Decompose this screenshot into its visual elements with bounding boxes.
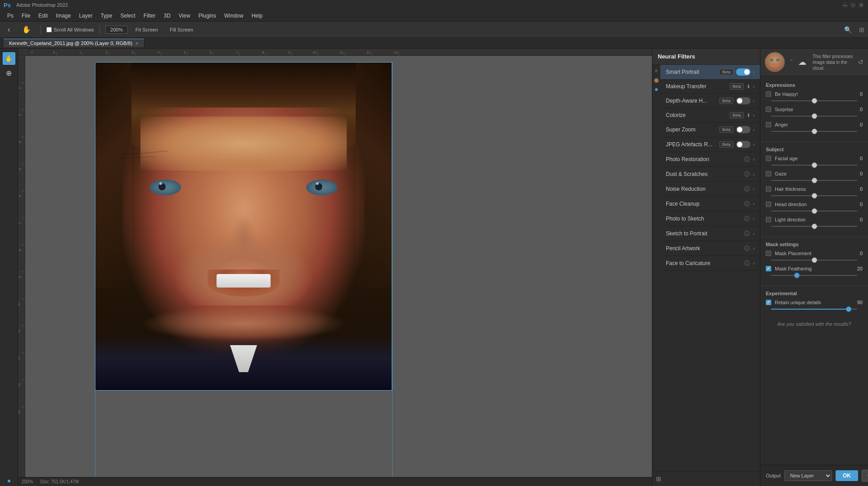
menu-edit[interactable]: Edit: [35, 11, 51, 20]
filter-item-smart-portrait[interactable]: Smart Portrait Beta ›: [660, 65, 760, 80]
be-happy-slider-thumb[interactable]: [812, 98, 817, 104]
light-direction-slider-thumb[interactable]: [812, 224, 817, 229]
retain-unique-details-checkbox[interactable]: ✓: [766, 300, 771, 305]
filter-item-sketch-to-portrait[interactable]: Sketch to Portrait ⓘ ›: [660, 226, 760, 241]
facial-age-checkbox[interactable]: [766, 156, 771, 161]
title-bar-controls[interactable]: — □ ✕: [842, 2, 864, 8]
ok-button[interactable]: OK: [836, 470, 858, 481]
fit-screen-button[interactable]: Fit Screen: [131, 25, 162, 34]
light-direction-slider[interactable]: [771, 226, 857, 227]
gaze-slider-thumb[interactable]: [812, 178, 817, 183]
avatar-dropdown-icon[interactable]: ˅: [790, 59, 793, 65]
filter-makeup-transfer-chevron[interactable]: ›: [753, 84, 755, 89]
filter-item-makeup-transfer[interactable]: Makeup Transfer Beta ⬇ ›: [660, 80, 760, 94]
mask-feathering-slider-thumb[interactable]: [794, 273, 800, 278]
filter-item-super-zoom[interactable]: Super Zoom Beta ›: [660, 122, 760, 137]
menu-type[interactable]: Type: [97, 11, 116, 20]
filter-smart-portrait-toggle[interactable]: [736, 68, 750, 76]
menu-image[interactable]: Image: [52, 11, 74, 20]
filter-item-dust-scratches[interactable]: Dust & Scratches ⓘ ›: [660, 167, 760, 182]
scroll-all-checkbox[interactable]: [46, 27, 52, 32]
filter-item-colorize[interactable]: Colorize Beta ⬇ ›: [660, 108, 760, 122]
menu-select[interactable]: Select: [117, 11, 139, 20]
filter-photo-restoration-chevron[interactable]: ›: [753, 157, 755, 162]
filter-super-zoom-chevron[interactable]: ›: [753, 127, 755, 132]
filter-pencil-artwork-chevron[interactable]: ›: [753, 246, 755, 251]
filter-sketch-to-portrait-chevron[interactable]: ›: [753, 231, 755, 236]
filter-face-cleanup-chevron[interactable]: ›: [753, 202, 755, 207]
filter-jpeg-artifacts-toggle[interactable]: [736, 141, 750, 148]
retain-unique-details-slider[interactable]: [771, 309, 857, 310]
document-tab[interactable]: Kenneth_Copeland_2011.jpg @ 200% (Layer …: [4, 39, 145, 47]
hand-tool-button[interactable]: ✋: [18, 23, 35, 36]
filter-item-noise-reduction[interactable]: Noise Reduction ⓘ ›: [660, 182, 760, 197]
surprise-slider[interactable]: [771, 116, 857, 117]
filter-face-to-caricature-chevron[interactable]: ›: [753, 261, 755, 266]
anger-checkbox[interactable]: [766, 122, 771, 127]
hair-thickness-slider[interactable]: [771, 195, 857, 196]
mask-feathering-checkbox[interactable]: ✓: [766, 266, 771, 271]
menu-ps[interactable]: Ps: [4, 11, 17, 20]
zoom-tool-button[interactable]: ⊕: [3, 67, 15, 79]
head-direction-slider-thumb[interactable]: [812, 208, 817, 214]
filter-noise-reduction-chevron[interactable]: ›: [753, 187, 755, 192]
close-button[interactable]: ✕: [858, 2, 864, 8]
anger-slider[interactable]: [771, 131, 857, 132]
undo-icon[interactable]: ↺: [858, 58, 863, 66]
filter-item-pencil-artwork[interactable]: Pencil Artwork ⓘ ›: [660, 241, 760, 256]
filter-item-face-to-caricature[interactable]: Face to Caricature ⓘ ›: [660, 256, 760, 271]
filter-item-jpeg-artifacts[interactable]: JPEG Artefacts R... Beta ›: [660, 137, 760, 152]
menu-help[interactable]: Help: [248, 11, 267, 20]
filter-item-face-cleanup[interactable]: Face Cleanup ⓘ ›: [660, 197, 760, 212]
head-direction-slider[interactable]: [771, 211, 857, 212]
filter-item-photo-to-sketch[interactable]: Photo to Sketch ⓘ ›: [660, 212, 760, 226]
nf-hamburger-icon[interactable]: ≡: [653, 68, 660, 74]
surprise-slider-thumb[interactable]: [812, 113, 817, 119]
head-direction-checkbox[interactable]: [766, 202, 771, 207]
cancel-button[interactable]: Cancel: [862, 470, 868, 482]
output-select[interactable]: New Layer Current Layer Smart Filter: [784, 470, 832, 481]
filter-depth-aware-toggle[interactable]: [736, 97, 750, 104]
filter-jpeg-artifacts-chevron[interactable]: ›: [753, 142, 755, 147]
fill-screen-button[interactable]: Fill Screen: [166, 25, 197, 34]
minimize-button[interactable]: —: [842, 2, 848, 8]
filter-photo-to-sketch-chevron[interactable]: ›: [753, 216, 755, 221]
filter-depth-aware-chevron[interactable]: ›: [753, 99, 755, 104]
menu-view[interactable]: View: [175, 11, 194, 20]
search-icon[interactable]: 🔍: [844, 26, 852, 33]
light-direction-checkbox[interactable]: [766, 217, 771, 222]
be-happy-checkbox[interactable]: [766, 91, 771, 97]
filter-colorize-chevron[interactable]: ›: [753, 113, 755, 118]
hair-thickness-slider-thumb[interactable]: [812, 193, 817, 198]
filter-super-zoom-toggle[interactable]: [736, 126, 750, 133]
scroll-all-label[interactable]: Scroll All Windows: [46, 27, 94, 32]
menu-window[interactable]: Window: [221, 11, 247, 20]
menu-3d[interactable]: 3D: [160, 11, 174, 20]
move-tool-button[interactable]: ✋: [3, 52, 15, 65]
gaze-slider[interactable]: [771, 180, 857, 181]
mask-placement-slider[interactable]: [771, 260, 857, 261]
anger-slider-thumb[interactable]: [812, 129, 817, 134]
filter-item-photo-restoration[interactable]: Photo Restoration ⓘ ›: [660, 152, 760, 167]
menu-layer[interactable]: Layer: [75, 11, 96, 20]
workspace-icon[interactable]: ⊞: [859, 26, 864, 33]
zoom-input[interactable]: [105, 26, 128, 34]
surprise-checkbox[interactable]: [766, 107, 771, 112]
filter-item-depth-aware[interactable]: Depth-Aware H... Beta ›: [660, 94, 760, 108]
be-happy-slider[interactable]: [771, 100, 857, 101]
menu-file[interactable]: File: [18, 11, 34, 20]
menu-filter[interactable]: Filter: [140, 11, 159, 20]
gaze-checkbox[interactable]: [766, 171, 771, 176]
maximize-button[interactable]: □: [850, 2, 856, 8]
filter-smart-portrait-chevron[interactable]: ›: [753, 70, 755, 75]
filter-dust-scratches-chevron[interactable]: ›: [753, 172, 755, 177]
mask-feathering-slider[interactable]: [771, 275, 857, 276]
layers-panel-icon[interactable]: ⊞: [656, 475, 661, 482]
facial-age-slider[interactable]: [771, 165, 857, 166]
mask-placement-checkbox[interactable]: [766, 251, 771, 256]
facial-age-slider-thumb[interactable]: [812, 162, 817, 168]
mask-placement-slider-thumb[interactable]: [812, 257, 817, 263]
tab-close-button[interactable]: ✕: [135, 41, 139, 46]
retain-unique-details-slider-thumb[interactable]: [846, 306, 851, 312]
hair-thickness-checkbox[interactable]: [766, 186, 771, 192]
